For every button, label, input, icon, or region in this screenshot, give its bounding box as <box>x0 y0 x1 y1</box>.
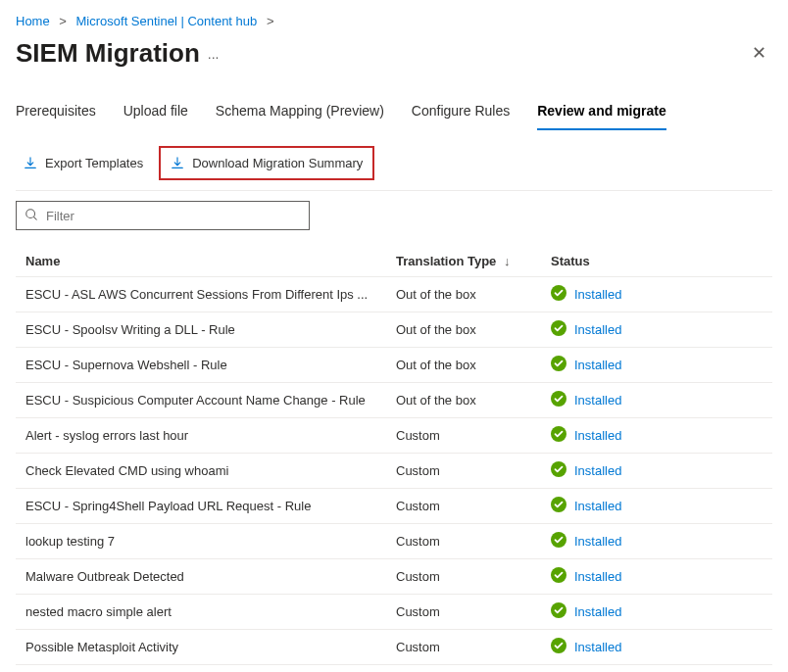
search-icon <box>25 208 38 224</box>
filter-bar <box>16 201 772 230</box>
check-circle-icon <box>551 320 566 339</box>
row-translation-type: Custom <box>396 428 543 443</box>
row-name: ESCU - Spoolsv Writing a DLL - Rule <box>25 322 388 337</box>
row-status: Installed <box>551 532 763 551</box>
row-status: Installed <box>551 461 763 480</box>
check-circle-icon <box>551 426 566 445</box>
status-link[interactable]: Installed <box>574 428 621 443</box>
column-header-translation-type[interactable]: Translation Type ↓ <box>396 254 543 268</box>
row-translation-type: Out of the box <box>396 358 543 372</box>
table-row[interactable]: ESCU - Supernova Webshell - RuleOut of t… <box>16 348 772 383</box>
row-name: Possible Metasploit Activity <box>25 640 388 654</box>
check-circle-icon <box>551 285 566 304</box>
table-row[interactable]: Possible Metasploit ActivityCustomInstal… <box>16 630 772 665</box>
more-button[interactable]: ··· <box>208 49 220 65</box>
status-link[interactable]: Installed <box>574 358 621 372</box>
status-link[interactable]: Installed <box>574 287 621 302</box>
column-header-status[interactable]: Status <box>551 254 763 268</box>
results-table: Name Translation Type ↓ Status ESCU - AS… <box>16 246 772 672</box>
check-circle-icon <box>551 532 566 551</box>
row-name: Check Elevated CMD using whoami <box>25 463 388 478</box>
chevron-right-icon: > <box>59 14 67 28</box>
table-row[interactable]: nested macro simple alertCustomInstalled <box>16 595 772 630</box>
column-type-label: Translation Type <box>396 254 496 268</box>
row-status: Installed <box>551 391 763 409</box>
row-status: Installed <box>551 638 763 656</box>
chevron-right-icon: > <box>267 14 274 28</box>
breadcrumb-sentinel[interactable]: Microsoft Sentinel | Content hub <box>76 14 258 28</box>
row-status: Installed <box>551 497 763 515</box>
row-translation-type: Custom <box>396 604 543 619</box>
row-translation-type: Custom <box>396 569 543 584</box>
status-link[interactable]: Installed <box>574 640 621 654</box>
check-circle-icon <box>551 391 566 409</box>
check-circle-icon <box>551 497 566 515</box>
status-link[interactable]: Installed <box>574 569 621 584</box>
row-name: ESCU - ASL AWS Concurrent Sessions From … <box>25 287 388 302</box>
row-translation-type: Custom <box>396 499 543 513</box>
download-icon <box>24 157 37 170</box>
status-link[interactable]: Installed <box>574 604 621 619</box>
row-translation-type: Out of the box <box>396 393 543 408</box>
table-row[interactable]: Alert - syslog errors last hourCustomIns… <box>16 418 772 454</box>
table-header: Name Translation Type ↓ Status <box>16 246 772 277</box>
status-link[interactable]: Installed <box>574 322 621 337</box>
row-translation-type: Custom <box>396 463 543 478</box>
check-circle-icon <box>551 461 566 480</box>
table-row[interactable]: lookup testing 7CustomInstalled <box>16 524 772 559</box>
status-link[interactable]: Installed <box>574 393 621 408</box>
export-templates-button[interactable]: Export Templates <box>16 150 151 176</box>
svg-point-0 <box>26 209 35 217</box>
table-row[interactable]: Check Elevated CMD using whoamiCustomIns… <box>16 454 772 489</box>
page-title: SIEM Migration <box>16 38 200 69</box>
row-name: ESCU - Spring4Shell Payload URL Request … <box>25 499 388 513</box>
row-name: Malware Outbreak Detected <box>25 569 388 584</box>
tab-configure-rules[interactable]: Configure Rules <box>412 97 510 130</box>
row-status: Installed <box>551 285 763 304</box>
breadcrumb-home[interactable]: Home <box>16 14 50 28</box>
row-translation-type: Out of the box <box>396 287 543 302</box>
check-circle-icon <box>551 638 566 656</box>
table-row[interactable]: ESCU - Spring4Shell Payload URL Request … <box>16 489 772 524</box>
row-translation-type: Custom <box>396 640 543 654</box>
row-name: Alert - syslog errors last hour <box>25 428 388 443</box>
tab-schema-mapping-preview-[interactable]: Schema Mapping (Preview) <box>216 97 384 130</box>
row-name: ESCU - Supernova Webshell - Rule <box>25 358 388 372</box>
row-name: ESCU - Suspicious Computer Account Name … <box>25 393 388 408</box>
table-row[interactable]: ESCU - Suspicious Computer Account Name … <box>16 383 772 418</box>
title-bar: SIEM Migration ··· ✕ <box>16 36 772 70</box>
column-header-name[interactable]: Name <box>25 254 388 268</box>
row-status: Installed <box>551 356 763 374</box>
row-status: Installed <box>551 567 763 586</box>
sort-down-icon: ↓ <box>504 254 511 268</box>
tab-upload-file[interactable]: Upload file <box>123 97 188 130</box>
check-circle-icon <box>551 567 566 586</box>
row-status: Installed <box>551 602 763 621</box>
table-row[interactable]: Malware Outbreak DetectedCustomInstalled <box>16 559 772 595</box>
tab-prerequisites[interactable]: Prerequisites <box>16 97 96 130</box>
download-migration-summary-button[interactable]: Download Migration Summary <box>159 146 374 180</box>
tabs: PrerequisitesUpload fileSchema Mapping (… <box>16 97 772 130</box>
download-migration-summary-label: Download Migration Summary <box>192 156 363 170</box>
row-translation-type: Out of the box <box>396 322 543 337</box>
filter-input[interactable] <box>46 209 301 223</box>
export-templates-label: Export Templates <box>45 156 143 170</box>
row-name: nested macro simple alert <box>25 604 388 619</box>
download-icon <box>171 157 184 170</box>
table-row[interactable]: zip format Command Line to SMB Share Pat… <box>16 665 772 672</box>
status-link[interactable]: Installed <box>574 463 621 478</box>
close-icon[interactable]: ✕ <box>746 36 772 70</box>
row-status: Installed <box>551 320 763 339</box>
table-row[interactable]: ESCU - ASL AWS Concurrent Sessions From … <box>16 277 772 312</box>
check-circle-icon <box>551 602 566 621</box>
check-circle-icon <box>551 356 566 374</box>
row-translation-type: Custom <box>396 534 543 549</box>
breadcrumb: Home > Microsoft Sentinel | Content hub … <box>16 12 772 34</box>
status-link[interactable]: Installed <box>574 499 621 513</box>
status-link[interactable]: Installed <box>574 534 621 549</box>
row-status: Installed <box>551 426 763 445</box>
table-row[interactable]: ESCU - Spoolsv Writing a DLL - RuleOut o… <box>16 312 772 348</box>
filter-input-wrapper[interactable] <box>16 201 310 230</box>
toolbar: Export Templates Download Migration Summ… <box>16 146 772 191</box>
tab-review-and-migrate[interactable]: Review and migrate <box>537 97 666 130</box>
